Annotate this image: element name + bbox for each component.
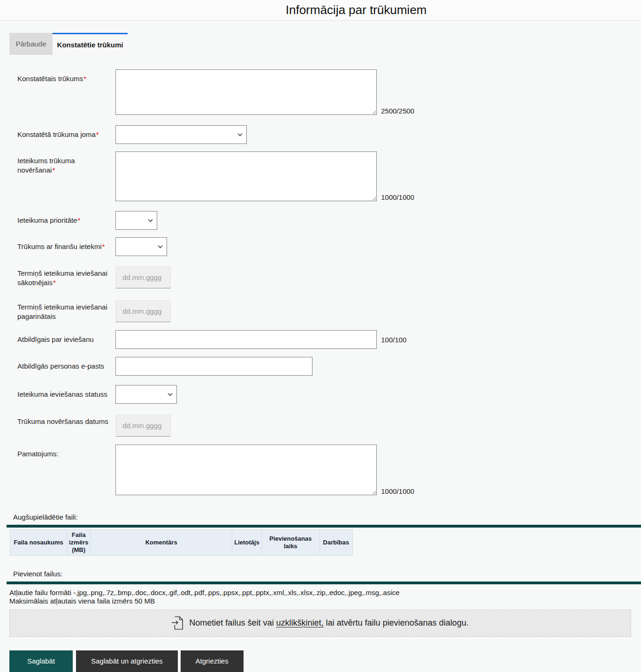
form-row-konstatetais-trukums: Konstatētais trūkums* 2500/2500 <box>17 69 641 115</box>
field-label: Ieteikuma prioritāte* <box>17 216 115 225</box>
field-label: Atbildīgās personas e-pasts <box>17 362 115 371</box>
col-darbibas: Darbības <box>320 530 352 556</box>
add-files-section: Pievienot failus: Atļautie failu formāti… <box>0 570 641 637</box>
form-row-noversanas-datums: Trūkuma novēršanas datums <box>17 415 641 437</box>
col-faila-izmers: Faila izmērs (MB) <box>67 530 91 556</box>
section-divider <box>7 581 641 584</box>
col-komentars: Komentārs <box>91 530 232 556</box>
save-button[interactable]: Saglabāt <box>9 650 73 672</box>
form-row-prioritate: Ieteikuma prioritāte* <box>17 211 641 230</box>
col-faila-nosaukums: Faila nosaukums <box>10 530 67 556</box>
save-and-return-button[interactable]: Saglabāt un atgriezties <box>76 650 178 672</box>
termins-sakotnejais-date-input[interactable] <box>115 266 171 288</box>
field-label: Termiņš ieteikuma ieviešanai sākotnējais… <box>17 266 115 288</box>
tab-parbaude[interactable]: Pārbaude <box>9 33 53 55</box>
epasts-input[interactable] <box>115 357 313 376</box>
tab-konstatetie-trukumi[interactable]: Konstatētie trūkumi <box>53 33 128 55</box>
file-dropzone[interactable]: Nometiet failus šeit vai uzklikšķiniet, … <box>9 610 631 637</box>
form-row-trukuma-joma: Konstatētā trūkuma joma* <box>17 125 641 144</box>
required-asterisk: * <box>96 130 99 138</box>
form-row-termins-sakotnejais: Termiņš ieteikuma ieviešanai sākotnējais… <box>17 266 641 288</box>
field-label: Atbildīgais par ieviešanu <box>17 335 115 344</box>
pamatojums-textarea[interactable] <box>115 445 377 495</box>
uploaded-files-table: Faila nosaukums Faila izmērs (MB) Koment… <box>10 529 353 556</box>
field-label: Pamatojums: <box>17 445 115 459</box>
form-row-ieteikums-noversanai: Ieteikums trūkuma novēršanai* 1000/1000 <box>17 151 641 201</box>
dropzone-click-link[interactable]: uzklikšķiniet, <box>276 618 323 627</box>
tab-bar: Pārbaude Konstatētie trūkumi <box>9 33 641 55</box>
prioritate-select[interactable] <box>115 211 157 230</box>
char-counter: 1000/1000 <box>381 487 414 495</box>
field-label: Trūkums ar finanšu ietekmi* <box>17 242 115 251</box>
allowed-formats-info: Atļautie failu formāti -.jpg,.png,.7z,.b… <box>9 589 641 606</box>
add-files-label: Pievienot failus: <box>13 570 641 578</box>
max-size-line: Maksimālais atļautais viena faila izmērs… <box>9 597 641 605</box>
uploaded-files-label: Augšupielādētie faili: <box>13 513 641 521</box>
page-header: Informācija par trūkumiem <box>0 0 641 21</box>
section-divider <box>7 525 641 528</box>
field-label: Ieteikuma ieviešanas statuss <box>17 390 115 399</box>
konstatetais-trukums-textarea[interactable] <box>115 69 377 115</box>
ieteikums-noversanai-textarea[interactable] <box>115 151 377 201</box>
form-row-termins-pagarinatais: Termiņš ieteikuma ieviešanai pagarinātai… <box>17 300 641 322</box>
col-pievienosanas-laiks: Pievienošanas laiks <box>261 530 320 556</box>
return-button[interactable]: Atgriezties <box>181 650 244 672</box>
dropzone-text: Nometiet failus šeit vai uzklikšķiniet, … <box>189 618 468 628</box>
action-buttons: Saglabāt Saglabāt un atgriezties Atgriez… <box>9 650 641 672</box>
import-file-icon <box>172 616 183 630</box>
noversanas-datums-date-input[interactable] <box>115 415 171 437</box>
deficiency-form: Konstatētais trūkums* 2500/2500 Konstatē… <box>0 55 641 495</box>
form-row-finansu-ietekme: Trūkums ar finanšu ietekmi* <box>17 237 641 256</box>
field-label: Trūkuma novēršanas datums <box>17 415 115 426</box>
char-counter: 2500/2500 <box>381 107 414 115</box>
finansu-ietekme-select[interactable] <box>115 237 167 256</box>
page-title: Informācija par trūkumiem <box>286 3 427 17</box>
ieviesanas-statuss-select[interactable] <box>115 385 177 404</box>
form-row-ieviesanas-statuss: Ieteikuma ieviešanas statuss <box>17 385 641 404</box>
field-label: Ieteikums trūkuma novēršanai* <box>17 151 115 175</box>
char-counter: 100/100 <box>381 336 406 344</box>
tab-label: Konstatētie trūkumi <box>57 41 123 49</box>
required-asterisk: * <box>102 242 105 250</box>
form-row-atbildigais: Atbildīgais par ieviešanu 100/100 <box>17 330 641 349</box>
form-row-epasts: Atbildīgās personas e-pasts <box>17 357 641 376</box>
required-asterisk: * <box>84 75 86 83</box>
required-asterisk: * <box>53 279 56 287</box>
uploaded-files-section: Augšupielādētie faili: Faila nosaukums F… <box>0 513 641 556</box>
table-header-row: Faila nosaukums Faila izmērs (MB) Koment… <box>10 530 353 556</box>
field-label: Konstatētā trūkuma joma* <box>17 130 115 139</box>
trukuma-joma-select[interactable] <box>115 125 247 144</box>
form-row-pamatojums: Pamatojums: 1000/1000 <box>17 445 641 495</box>
col-lietotajs: Lietotājs <box>232 530 261 556</box>
allowed-formats-line: Atļautie failu formāti -.jpg,.png,.7z,.b… <box>9 589 641 597</box>
field-label: Termiņš ieteikuma ieviešanai pagarinātai… <box>17 300 115 322</box>
char-counter: 1000/1000 <box>381 193 414 201</box>
atbildigais-input[interactable] <box>115 330 377 349</box>
tab-label: Pārbaude <box>15 40 46 48</box>
required-asterisk: * <box>78 216 81 224</box>
required-asterisk: * <box>52 166 55 174</box>
termins-pagarinatais-date-input[interactable] <box>115 300 171 322</box>
field-label: Konstatētais trūkums* <box>17 69 115 83</box>
